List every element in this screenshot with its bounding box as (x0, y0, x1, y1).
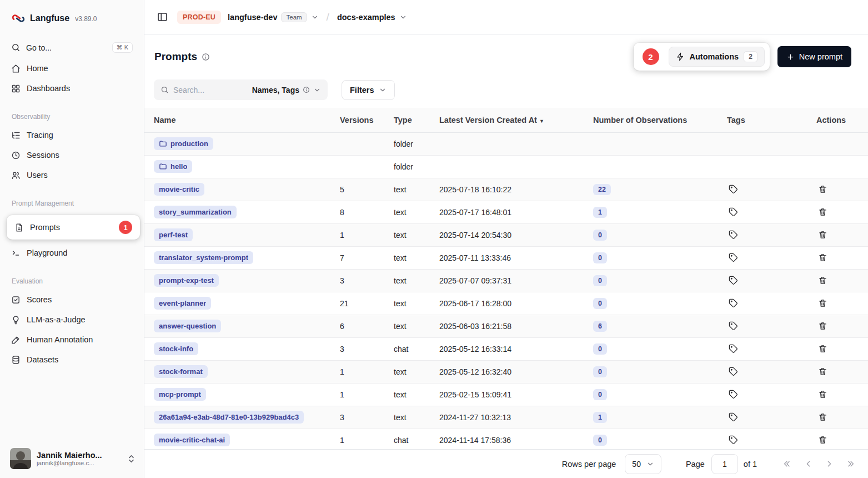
prompt-name-badge[interactable]: mcp-prompt (154, 388, 206, 401)
sidebar-item-sessions[interactable]: Sessions (7, 146, 137, 165)
prompt-name-badge[interactable]: production (154, 137, 213, 150)
tags-button[interactable] (727, 206, 740, 218)
type-cell: text (394, 178, 439, 201)
table-row: perf-test1text2025-07-14 20:54:300 (144, 223, 868, 246)
tags-button[interactable] (727, 434, 740, 446)
annotation-step-2-badge: 2 (643, 48, 659, 65)
delete-prompt-button[interactable] (816, 411, 829, 424)
tags-button[interactable] (727, 274, 740, 287)
toolbar: Names, Tags Filters (144, 75, 868, 108)
sidebar-toggle-button[interactable] (154, 9, 170, 25)
prompt-name-badge[interactable]: 26a61a94-e3ab-48d7-81e0-13b929bad4c3 (154, 411, 304, 424)
column-header-created-at[interactable]: Latest Version Created At▼ (439, 108, 593, 132)
prompt-name-badge[interactable]: answer-question (154, 320, 221, 332)
prompt-name-badge[interactable]: perf-test (154, 228, 193, 241)
automations-button[interactable]: Automations 2 (669, 47, 765, 67)
annotation-step-1-badge: 1 (119, 221, 132, 234)
sidebar-item-llm-judge[interactable]: LLM-as-a-Judge (7, 310, 137, 329)
app-version: v3.89.0 (75, 15, 97, 23)
first-page-button[interactable] (778, 455, 796, 473)
tags-button[interactable] (727, 297, 740, 310)
prompt-name-badge[interactable]: event-planner (154, 297, 211, 310)
search-icon (11, 43, 21, 52)
type-cell: chat (394, 429, 439, 449)
column-header-versions: Versions (340, 108, 394, 132)
delete-prompt-button[interactable] (816, 251, 829, 264)
org-plan-badge: Team (281, 12, 307, 22)
tags-button[interactable] (727, 365, 740, 378)
delete-prompt-button[interactable] (816, 434, 829, 446)
prompt-name-badge[interactable]: prompt-exp-test (154, 274, 219, 287)
type-cell: folder (394, 132, 439, 155)
sidebar-item-playground[interactable]: Playground (7, 243, 137, 262)
sidebar-item-scores[interactable]: Scores (7, 290, 137, 309)
sidebar-item-dashboards[interactable]: Dashboards (7, 79, 137, 98)
trash-icon (818, 344, 827, 353)
prompt-name-badge[interactable]: hello (154, 160, 192, 173)
last-page-button[interactable] (841, 455, 859, 473)
info-icon[interactable] (303, 86, 310, 93)
tag-icon (729, 230, 738, 240)
sidebar-item-users[interactable]: Users (7, 166, 137, 185)
trash-icon (818, 390, 827, 399)
sidebar-item-tracing[interactable]: Tracing (7, 126, 137, 145)
project-name: docs-examples (337, 13, 395, 22)
langfuse-logo-icon (11, 11, 26, 26)
automations-count-badge: 2 (744, 51, 757, 62)
goto-search[interactable]: Go to... ⌘ K (7, 39, 137, 56)
user-name: Jannik Maierho... (37, 451, 102, 460)
tags-button[interactable] (727, 228, 740, 241)
delete-prompt-button[interactable] (816, 183, 829, 196)
tags-button[interactable] (727, 411, 740, 424)
project-selector[interactable]: docs-examples (337, 13, 407, 22)
sidebar-item-human-annotation[interactable]: Human Annotation (7, 330, 137, 349)
sidebar-item-datasets[interactable]: Datasets (7, 350, 137, 369)
sidebar-item-home[interactable]: Home (7, 59, 137, 78)
page-number-input[interactable] (711, 454, 738, 474)
observations-badge: 0 (593, 298, 607, 309)
search-scope-dropdown[interactable]: Names, Tags (252, 86, 321, 94)
tags-button[interactable] (727, 320, 740, 332)
pagination-footer: Rows per page 50 Page of 1 (144, 449, 868, 478)
delete-prompt-button[interactable] (816, 365, 829, 378)
next-page-button[interactable] (820, 455, 838, 473)
prompt-name-badge[interactable]: story_summarization (154, 206, 237, 218)
organization-selector[interactable]: langfuse-dev Team (228, 12, 319, 22)
filters-button[interactable]: Filters (342, 80, 395, 100)
search-icon (160, 86, 169, 94)
page-header: Prompts 2 Automations 2 New prompt (144, 34, 868, 75)
prompt-name-badge[interactable]: stock-info (154, 342, 198, 355)
delete-prompt-button[interactable] (816, 297, 829, 310)
table-row: stock-info3chat2025-05-12 16:33:140 (144, 337, 868, 360)
trash-icon (818, 435, 827, 445)
chevron-left-icon (804, 459, 813, 469)
search-input[interactable] (173, 86, 248, 94)
tags-button[interactable] (727, 251, 740, 264)
tags-button[interactable] (727, 183, 740, 196)
tags-button[interactable] (727, 388, 740, 401)
new-prompt-button[interactable]: New prompt (777, 46, 851, 67)
delete-prompt-button[interactable] (816, 388, 829, 401)
prompt-name-badge[interactable]: movie-critic (154, 183, 204, 196)
delete-prompt-button[interactable] (816, 206, 829, 218)
tags-button[interactable] (727, 342, 740, 355)
delete-prompt-button[interactable] (816, 320, 829, 332)
delete-prompt-button[interactable] (816, 228, 829, 241)
tag-icon (729, 253, 738, 262)
rows-per-page-select[interactable]: 50 (625, 454, 661, 474)
sidebar-item-prompts[interactable]: Prompts 1 (10, 218, 137, 237)
prompt-name-badge[interactable]: translator_system-prompt (154, 251, 253, 264)
delete-prompt-button[interactable] (816, 342, 829, 355)
previous-page-button[interactable] (799, 455, 817, 473)
versions-cell: 5 (340, 178, 394, 201)
observations-badge: 22 (593, 184, 611, 195)
sidebar-item-label: Playground (27, 248, 67, 257)
prompt-name-badge[interactable]: movie-critic-chat-ai (154, 434, 230, 446)
table-row: 26a61a94-e3ab-48d7-81e0-13b929bad4c33tex… (144, 406, 868, 429)
info-icon[interactable] (202, 53, 210, 61)
delete-prompt-button[interactable] (816, 274, 829, 287)
table-row: movie-critic-chat-ai1chat2024-11-14 17:5… (144, 429, 868, 449)
prompt-name-badge[interactable]: stock-format (154, 365, 208, 378)
created-at-cell: 2025-07-14 20:54:30 (439, 223, 593, 246)
user-menu[interactable]: Jannik Maierho... jannik@langfuse.c... (0, 441, 144, 478)
